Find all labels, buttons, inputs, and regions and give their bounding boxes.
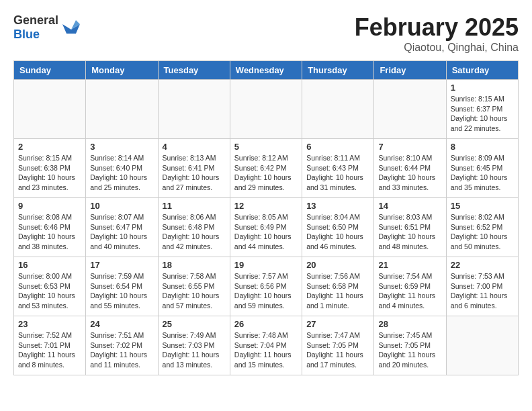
day-number: 17 xyxy=(90,260,153,270)
day-number: 13 xyxy=(306,201,369,211)
day-info: Sunrise: 7:53 AM Sunset: 7:00 PM Dayligh… xyxy=(451,271,514,311)
day-number: 5 xyxy=(234,142,298,152)
day-info: Sunrise: 8:10 AM Sunset: 6:44 PM Dayligh… xyxy=(378,153,441,193)
day-number: 2 xyxy=(18,142,81,152)
calendar-cell xyxy=(230,80,302,139)
day-number: 15 xyxy=(451,201,514,211)
day-info: Sunrise: 8:02 AM Sunset: 6:52 PM Dayligh… xyxy=(451,212,514,252)
calendar-cell: 4Sunrise: 8:13 AM Sunset: 6:41 PM Daylig… xyxy=(158,139,230,198)
day-info: Sunrise: 7:54 AM Sunset: 6:59 PM Dayligh… xyxy=(378,271,441,311)
day-number: 18 xyxy=(163,260,226,270)
day-info: Sunrise: 7:49 AM Sunset: 7:03 PM Dayligh… xyxy=(163,330,226,370)
calendar-cell: 19Sunrise: 7:57 AM Sunset: 6:56 PM Dayli… xyxy=(230,257,302,316)
location-subtitle: Qiaotou, Qinghai, China xyxy=(355,42,519,54)
day-info: Sunrise: 7:51 AM Sunset: 7:02 PM Dayligh… xyxy=(90,330,153,370)
day-info: Sunrise: 7:52 AM Sunset: 7:01 PM Dayligh… xyxy=(18,330,81,370)
day-info: Sunrise: 8:15 AM Sunset: 6:37 PM Dayligh… xyxy=(451,94,514,134)
calendar-cell: 26Sunrise: 7:48 AM Sunset: 7:04 PM Dayli… xyxy=(230,316,302,375)
day-number: 27 xyxy=(306,319,369,329)
calendar-cell: 8Sunrise: 8:09 AM Sunset: 6:45 PM Daylig… xyxy=(446,139,518,198)
weekday-header-saturday: Saturday xyxy=(446,61,518,80)
day-info: Sunrise: 8:05 AM Sunset: 6:49 PM Dayligh… xyxy=(234,212,298,252)
day-info: Sunrise: 8:06 AM Sunset: 6:48 PM Dayligh… xyxy=(163,212,226,252)
day-info: Sunrise: 7:58 AM Sunset: 6:55 PM Dayligh… xyxy=(163,271,226,311)
day-info: Sunrise: 8:09 AM Sunset: 6:45 PM Dayligh… xyxy=(451,153,514,193)
calendar-cell: 18Sunrise: 7:58 AM Sunset: 6:55 PM Dayli… xyxy=(158,257,230,316)
day-info: Sunrise: 7:48 AM Sunset: 7:04 PM Dayligh… xyxy=(234,330,298,370)
calendar-cell: 11Sunrise: 8:06 AM Sunset: 6:48 PM Dayli… xyxy=(158,198,230,257)
calendar-cell: 25Sunrise: 7:49 AM Sunset: 7:03 PM Dayli… xyxy=(158,316,230,375)
calendar-cell xyxy=(302,80,374,139)
day-number: 1 xyxy=(451,83,514,93)
day-number: 24 xyxy=(90,319,153,329)
day-number: 4 xyxy=(163,142,226,152)
day-info: Sunrise: 8:03 AM Sunset: 6:51 PM Dayligh… xyxy=(378,212,441,252)
day-number: 19 xyxy=(234,260,298,270)
calendar-cell: 3Sunrise: 8:14 AM Sunset: 6:40 PM Daylig… xyxy=(86,139,158,198)
calendar-table: SundayMondayTuesdayWednesdayThursdayFrid… xyxy=(13,60,519,375)
day-info: Sunrise: 8:13 AM Sunset: 6:41 PM Dayligh… xyxy=(163,153,226,193)
day-number: 3 xyxy=(90,142,153,152)
weekday-header-sunday: Sunday xyxy=(14,61,86,80)
day-number: 8 xyxy=(451,142,514,152)
calendar-cell xyxy=(14,80,86,139)
week-row-4: 16Sunrise: 8:00 AM Sunset: 6:53 PM Dayli… xyxy=(14,257,519,316)
calendar-cell: 20Sunrise: 7:56 AM Sunset: 6:58 PM Dayli… xyxy=(302,257,374,316)
logo-text: General Blue xyxy=(13,13,58,42)
page-header: General Blue February 2025 Qiaotou, Qing… xyxy=(13,13,519,54)
day-number: 28 xyxy=(378,319,441,329)
calendar-cell: 16Sunrise: 8:00 AM Sunset: 6:53 PM Dayli… xyxy=(14,257,86,316)
calendar-cell: 6Sunrise: 8:11 AM Sunset: 6:43 PM Daylig… xyxy=(302,139,374,198)
calendar-cell: 13Sunrise: 8:04 AM Sunset: 6:50 PM Dayli… xyxy=(302,198,374,257)
day-info: Sunrise: 8:07 AM Sunset: 6:47 PM Dayligh… xyxy=(90,212,153,252)
weekday-header-row: SundayMondayTuesdayWednesdayThursdayFrid… xyxy=(14,61,519,80)
day-info: Sunrise: 8:04 AM Sunset: 6:50 PM Dayligh… xyxy=(306,212,369,252)
calendar-cell: 27Sunrise: 7:47 AM Sunset: 7:05 PM Dayli… xyxy=(302,316,374,375)
week-row-1: 1Sunrise: 8:15 AM Sunset: 6:37 PM Daylig… xyxy=(14,80,519,139)
day-number: 26 xyxy=(234,319,298,329)
day-info: Sunrise: 8:08 AM Sunset: 6:46 PM Dayligh… xyxy=(18,212,81,252)
calendar-cell xyxy=(86,80,158,139)
day-number: 14 xyxy=(378,201,441,211)
calendar-cell: 21Sunrise: 7:54 AM Sunset: 6:59 PM Dayli… xyxy=(374,257,446,316)
day-info: Sunrise: 8:12 AM Sunset: 6:42 PM Dayligh… xyxy=(234,153,298,193)
day-info: Sunrise: 7:45 AM Sunset: 7:05 PM Dayligh… xyxy=(378,330,441,370)
day-number: 12 xyxy=(234,201,298,211)
weekday-header-friday: Friday xyxy=(374,61,446,80)
calendar-cell: 12Sunrise: 8:05 AM Sunset: 6:49 PM Dayli… xyxy=(230,198,302,257)
logo-blue: Blue xyxy=(13,28,40,41)
calendar-cell: 7Sunrise: 8:10 AM Sunset: 6:44 PM Daylig… xyxy=(374,139,446,198)
logo-icon xyxy=(61,17,81,38)
day-info: Sunrise: 8:00 AM Sunset: 6:53 PM Dayligh… xyxy=(18,271,81,311)
calendar-cell: 22Sunrise: 7:53 AM Sunset: 7:00 PM Dayli… xyxy=(446,257,518,316)
day-number: 7 xyxy=(378,142,441,152)
day-info: Sunrise: 8:14 AM Sunset: 6:40 PM Dayligh… xyxy=(90,153,153,193)
week-row-3: 9Sunrise: 8:08 AM Sunset: 6:46 PM Daylig… xyxy=(14,198,519,257)
calendar-cell xyxy=(158,80,230,139)
calendar-cell: 14Sunrise: 8:03 AM Sunset: 6:51 PM Dayli… xyxy=(374,198,446,257)
weekday-header-wednesday: Wednesday xyxy=(230,61,302,80)
day-number: 6 xyxy=(306,142,369,152)
calendar-cell xyxy=(446,316,518,375)
calendar-cell: 5Sunrise: 8:12 AM Sunset: 6:42 PM Daylig… xyxy=(230,139,302,198)
day-info: Sunrise: 7:59 AM Sunset: 6:54 PM Dayligh… xyxy=(90,271,153,311)
calendar-cell: 23Sunrise: 7:52 AM Sunset: 7:01 PM Dayli… xyxy=(14,316,86,375)
month-title: February 2025 xyxy=(355,13,519,42)
day-number: 20 xyxy=(306,260,369,270)
day-info: Sunrise: 7:47 AM Sunset: 7:05 PM Dayligh… xyxy=(306,330,369,370)
calendar-cell: 17Sunrise: 7:59 AM Sunset: 6:54 PM Dayli… xyxy=(86,257,158,316)
logo-general: General xyxy=(13,13,58,27)
day-number: 21 xyxy=(378,260,441,270)
title-block: February 2025 Qiaotou, Qinghai, China xyxy=(355,13,519,54)
week-row-5: 23Sunrise: 7:52 AM Sunset: 7:01 PM Dayli… xyxy=(14,316,519,375)
weekday-header-thursday: Thursday xyxy=(302,61,374,80)
calendar-cell: 15Sunrise: 8:02 AM Sunset: 6:52 PM Dayli… xyxy=(446,198,518,257)
day-number: 25 xyxy=(163,319,226,329)
calendar-cell: 10Sunrise: 8:07 AM Sunset: 6:47 PM Dayli… xyxy=(86,198,158,257)
calendar-cell: 2Sunrise: 8:15 AM Sunset: 6:38 PM Daylig… xyxy=(14,139,86,198)
day-number: 10 xyxy=(90,201,153,211)
day-info: Sunrise: 8:15 AM Sunset: 6:38 PM Dayligh… xyxy=(18,153,81,193)
calendar-cell: 1Sunrise: 8:15 AM Sunset: 6:37 PM Daylig… xyxy=(446,80,518,139)
calendar-cell xyxy=(374,80,446,139)
calendar-cell: 9Sunrise: 8:08 AM Sunset: 6:46 PM Daylig… xyxy=(14,198,86,257)
